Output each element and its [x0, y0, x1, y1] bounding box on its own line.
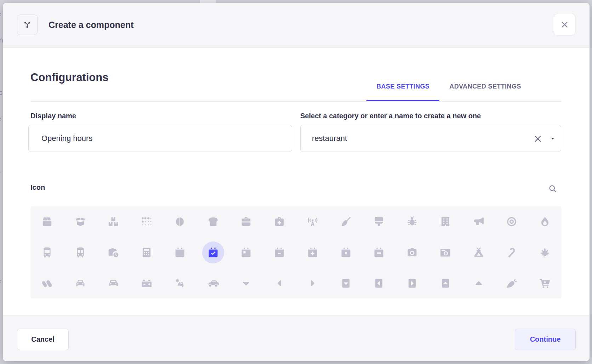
calendar-check-icon[interactable]: [197, 237, 230, 268]
icon-picker-label: Icon: [30, 183, 45, 192]
bread-slice-icon[interactable]: [197, 206, 230, 237]
category-select[interactable]: restaurant: [300, 125, 561, 152]
icon-grid: [30, 206, 562, 298]
car-side-icon[interactable]: [197, 268, 230, 298]
clipped-letter: e: [0, 277, 1, 284]
candy-cane-icon[interactable]: [495, 237, 529, 268]
boxes-icon[interactable]: [97, 206, 130, 237]
caret-left-icon[interactable]: [263, 268, 296, 298]
burn-icon[interactable]: [528, 206, 562, 237]
cancel-button[interactable]: Cancel: [17, 329, 69, 350]
display-name-label: Display name: [30, 112, 76, 120]
caret-right-icon[interactable]: [296, 268, 329, 298]
campground-icon[interactable]: [462, 237, 495, 268]
car-battery-icon[interactable]: [130, 268, 163, 298]
icon-picker-panel: [30, 206, 562, 298]
calendar-times-icon[interactable]: [329, 237, 363, 268]
briefcase-medical-icon[interactable]: [263, 206, 296, 237]
bullhorn-icon[interactable]: [462, 206, 495, 237]
calendar-icon[interactable]: [163, 237, 197, 268]
bus-alt-icon[interactable]: [64, 237, 97, 268]
search-icon[interactable]: [547, 183, 558, 194]
cart-arrow-down-icon[interactable]: [528, 268, 562, 298]
clipped-letter: y: [0, 169, 1, 177]
broom-icon[interactable]: [329, 206, 363, 237]
continue-button[interactable]: Continue: [515, 329, 576, 350]
calendar-plus-icon[interactable]: [296, 237, 329, 268]
modal-footer: Cancel Continue: [3, 315, 590, 361]
box-open-icon[interactable]: [64, 206, 97, 237]
business-time-icon[interactable]: [97, 237, 130, 268]
close-icon[interactable]: [554, 14, 575, 35]
caret-square-down-icon[interactable]: [329, 268, 363, 298]
clipped-letter: ic: [0, 89, 2, 96]
calendar-minus-icon[interactable]: [263, 237, 296, 268]
caret-square-right-icon[interactable]: [395, 268, 429, 298]
modal-header: Create a component: [3, 3, 590, 48]
calculator-icon[interactable]: [130, 237, 163, 268]
box-icon[interactable]: [30, 206, 64, 237]
bullseye-icon[interactable]: [495, 206, 529, 237]
clear-icon[interactable]: [532, 133, 543, 144]
broadcast-tower-icon[interactable]: [296, 206, 329, 237]
tab-advanced-settings[interactable]: ADVANCED SETTINGS: [439, 73, 531, 102]
cannabis-icon[interactable]: [528, 237, 562, 268]
category-value: restaurant: [312, 134, 347, 143]
bus-icon[interactable]: [30, 237, 64, 268]
calendar-day-icon[interactable]: [230, 237, 263, 268]
bug-icon[interactable]: [395, 206, 429, 237]
caret-up-icon[interactable]: [462, 268, 495, 298]
car-icon[interactable]: [64, 268, 97, 298]
modal-title: Create a component: [49, 20, 133, 30]
background-page-edge: [200, 0, 216, 3]
tab-base-settings[interactable]: BASE SETTINGS: [366, 73, 439, 102]
create-component-modal: Create a component Configurations BASE S…: [3, 3, 590, 361]
caret-square-up-icon[interactable]: [429, 268, 462, 298]
car-alt-icon[interactable]: [97, 268, 130, 298]
brush-icon[interactable]: [363, 206, 396, 237]
car-crash-icon[interactable]: [163, 268, 197, 298]
component-icon: [17, 15, 38, 35]
camera-retro-icon[interactable]: [429, 237, 462, 268]
settings-tabs: BASE SETTINGS ADVANCED SETTINGS: [366, 73, 531, 102]
building-icon[interactable]: [429, 206, 462, 237]
brain-icon[interactable]: [163, 206, 197, 237]
clipped-letter: e: [0, 115, 1, 122]
clipped-letter: m: [0, 36, 3, 44]
background-page-text: emticeytie: [0, 0, 3, 364]
caret-square-left-icon[interactable]: [363, 268, 396, 298]
category-label: Select a category or enter a name to cre…: [300, 112, 481, 120]
briefcase-icon[interactable]: [230, 206, 263, 237]
page-title: Configurations: [30, 71, 108, 84]
calendar-week-icon[interactable]: [363, 237, 396, 268]
display-name-field[interactable]: [28, 125, 292, 152]
camera-icon[interactable]: [395, 237, 429, 268]
carrot-icon[interactable]: [495, 268, 529, 298]
caret-down-icon[interactable]: [230, 268, 263, 298]
chevron-down-icon[interactable]: [550, 136, 556, 142]
section-divider: [30, 101, 562, 102]
capsules-icon[interactable]: [30, 268, 64, 298]
braille-icon[interactable]: [130, 206, 163, 237]
clipped-letter: e: [0, 10, 1, 17]
